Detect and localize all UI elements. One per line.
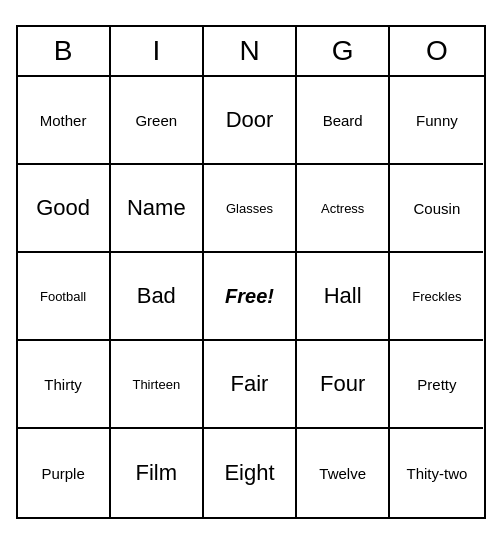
bingo-cell: Name	[111, 165, 204, 253]
bingo-cell: Good	[18, 165, 111, 253]
header-letter: G	[297, 27, 390, 75]
bingo-cell: Hall	[297, 253, 390, 341]
header-letter: O	[390, 27, 483, 75]
bingo-cell: Fair	[204, 341, 297, 429]
bingo-cell: Free!	[204, 253, 297, 341]
bingo-cell: Funny	[390, 77, 483, 165]
bingo-cell: Film	[111, 429, 204, 517]
bingo-cell: Purple	[18, 429, 111, 517]
bingo-cell: Mother	[18, 77, 111, 165]
bingo-cell: Thirteen	[111, 341, 204, 429]
bingo-cell: Beard	[297, 77, 390, 165]
bingo-cell: Four	[297, 341, 390, 429]
bingo-cell: Bad	[111, 253, 204, 341]
bingo-cell: Green	[111, 77, 204, 165]
bingo-cell: Thity-two	[390, 429, 483, 517]
bingo-cell: Twelve	[297, 429, 390, 517]
bingo-grid: MotherGreenDoorBeardFunnyGoodNameGlasses…	[18, 77, 484, 517]
header-letter: N	[204, 27, 297, 75]
bingo-cell: Eight	[204, 429, 297, 517]
header-letter: B	[18, 27, 111, 75]
header-letter: I	[111, 27, 204, 75]
bingo-cell: Actress	[297, 165, 390, 253]
bingo-cell: Glasses	[204, 165, 297, 253]
bingo-cell: Thirty	[18, 341, 111, 429]
bingo-header: BINGO	[18, 27, 484, 77]
bingo-cell: Cousin	[390, 165, 483, 253]
bingo-cell: Freckles	[390, 253, 483, 341]
bingo-cell: Football	[18, 253, 111, 341]
bingo-cell: Door	[204, 77, 297, 165]
bingo-cell: Pretty	[390, 341, 483, 429]
bingo-card: BINGO MotherGreenDoorBeardFunnyGoodNameG…	[16, 25, 486, 519]
